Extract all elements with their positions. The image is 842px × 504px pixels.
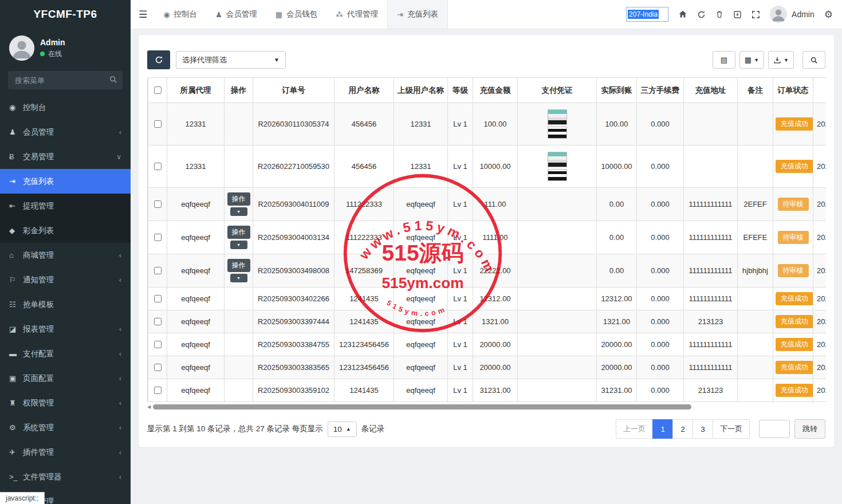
sidebar-item-auth[interactable]: ♜权限管理‹ xyxy=(0,391,131,415)
cell-level: Lv 1 xyxy=(448,379,473,402)
pagination-next[interactable]: 下一页 xyxy=(713,419,750,439)
select-all-checkbox[interactable] xyxy=(154,86,162,94)
row-checkbox[interactable] xyxy=(154,295,162,302)
refresh-icon[interactable] xyxy=(697,10,706,19)
sidebar-item-label: 充值列表 xyxy=(23,176,54,187)
pagination-page-2[interactable]: 2 xyxy=(672,419,693,439)
columns-button[interactable]: ▦▼ xyxy=(739,51,764,69)
cell-parent-username: eqfqeeqf xyxy=(394,254,448,288)
per-page-select[interactable]: 10 ▲ xyxy=(328,422,357,437)
tab-recharge[interactable]: ⇥充值列表 xyxy=(387,0,448,29)
row-checkbox[interactable] xyxy=(154,120,162,128)
fullscreen-icon[interactable] xyxy=(751,10,760,19)
row-checkbox[interactable] xyxy=(154,163,162,170)
row-checkbox[interactable] xyxy=(154,267,162,274)
table-wrapper: 所属代理操作订单号用户名称上级用户名称等级充值金额支付凭证实际到账三方手续费充值… xyxy=(147,77,826,402)
scroll-left-icon[interactable]: ◀ xyxy=(147,404,151,410)
cell-checkbox xyxy=(148,288,167,310)
voucher-image[interactable] xyxy=(548,127,567,139)
sidebar-user-name: Admin xyxy=(40,38,65,47)
row-checkbox[interactable] xyxy=(154,341,162,348)
sidebar-item-store[interactable]: ⌂商城管理‹ xyxy=(0,243,131,267)
page-jump-input[interactable] xyxy=(759,420,790,438)
cell-order-status: 充值成功 xyxy=(773,103,813,145)
column-header: 实际到账 xyxy=(597,78,637,103)
row-action-button[interactable]: 操作 xyxy=(227,226,250,239)
tab-agent[interactable]: ⁂代理管理 xyxy=(326,0,387,29)
sidebar-item-plugin[interactable]: ✈插件管理‹ xyxy=(0,440,131,464)
refresh-table-button[interactable] xyxy=(147,50,170,69)
export-button[interactable]: ▼ xyxy=(768,51,794,69)
voucher-image[interactable] xyxy=(548,152,567,167)
pagination-page-3[interactable]: 3 xyxy=(693,419,713,439)
column-header: 操作 xyxy=(225,78,253,103)
sidebar-item-system[interactable]: ⚙系统管理‹ xyxy=(0,415,131,440)
row-action-caret-button[interactable]: ▾ xyxy=(230,274,247,282)
cell-username: 111222333 xyxy=(335,188,394,221)
row-action-caret-button[interactable]: ▾ xyxy=(230,241,247,249)
plugin-icon: ✈ xyxy=(9,448,23,456)
tab-wallet[interactable]: ▦会员钱包 xyxy=(266,0,326,29)
user-icon: ♟ xyxy=(9,128,23,136)
cell-voucher xyxy=(518,288,597,310)
sidebar-item-recharge[interactable]: ⇥充值列表 xyxy=(0,169,131,194)
row-checkbox[interactable] xyxy=(154,387,162,394)
sidebar-item-user[interactable]: ♟会员管理‹ xyxy=(0,120,131,144)
admin-menu[interactable]: Admin xyxy=(770,6,815,23)
status-badge: 充值成功 xyxy=(776,117,813,131)
dashboard-icon: ◉ xyxy=(163,10,170,19)
gear-icon[interactable]: ⚙ xyxy=(824,9,833,21)
row-checkbox[interactable] xyxy=(154,318,162,325)
row-action-button[interactable]: 操作 xyxy=(227,192,250,206)
search-icon[interactable] xyxy=(109,75,117,85)
sidebar-item-template[interactable]: ☷抢单模板 xyxy=(0,292,131,317)
sidebar-item-bonus[interactable]: ◆彩金列表 xyxy=(0,218,131,243)
scrollbar-thumb[interactable] xyxy=(153,404,691,410)
detail-view-button[interactable]: ▤ xyxy=(713,51,735,69)
row-action-caret-button[interactable]: ▾ xyxy=(230,207,247,216)
page-jump-button[interactable]: 跳转 xyxy=(794,419,825,439)
template-icon: ☷ xyxy=(9,300,23,309)
agent-filter-select[interactable]: 选择代理筛选 ▼ xyxy=(176,51,286,69)
cell-actions xyxy=(225,356,253,379)
per-page-value: 10 xyxy=(333,425,342,434)
sidebar-item-exchange[interactable]: Ƀ交易管理∨ xyxy=(0,144,131,169)
sidebar-item-label: 会员管理 xyxy=(23,127,54,137)
voucher-image[interactable] xyxy=(548,169,567,181)
row-action-button[interactable]: 操作 xyxy=(227,259,250,272)
sidebar-search-input[interactable] xyxy=(8,71,123,89)
voucher-image[interactable] xyxy=(548,109,567,125)
table-row: 12331R202602271005953045645612331Lv 1100… xyxy=(148,145,827,188)
cell-recharge-address xyxy=(684,103,738,145)
sidebar-item-files[interactable]: >_文件管理器‹ xyxy=(0,464,131,489)
pagination-page-1[interactable]: 1 xyxy=(652,419,673,439)
sidebar-item-bell[interactable]: ⚐通知管理‹ xyxy=(0,267,131,292)
tab-user[interactable]: ♟会员管理 xyxy=(206,0,266,29)
sidebar-item-dashboard[interactable]: ◉控制台 xyxy=(0,95,131,120)
home-icon[interactable] xyxy=(678,10,687,19)
sidebar-item-withdraw[interactable]: ⇤提现管理 xyxy=(0,194,131,218)
pagination-prev[interactable]: 上一页 xyxy=(616,419,653,439)
sidebar-item-chart[interactable]: ◪报表管理‹ xyxy=(0,317,131,341)
cell-voucher xyxy=(518,221,597,254)
sidebar-item-page[interactable]: ▣页面配置‹ xyxy=(0,366,131,391)
trash-icon[interactable] xyxy=(715,10,723,18)
column-header: 所属代理 xyxy=(167,78,225,103)
clear-cache-icon[interactable] xyxy=(733,10,742,19)
chevron-left-icon: ‹ xyxy=(119,473,121,481)
cell-recharge-address: 111111111111 xyxy=(684,221,738,254)
row-checkbox[interactable] xyxy=(154,234,162,241)
sidebar-item-payment[interactable]: ▬支付配置‹ xyxy=(0,341,131,366)
cell-username: 123123456456 xyxy=(335,333,394,356)
horizontal-scrollbar[interactable]: ◀ xyxy=(147,403,825,410)
refresh-icon xyxy=(155,56,163,64)
search-toggle-button[interactable] xyxy=(802,51,825,69)
row-checkbox[interactable] xyxy=(154,200,162,208)
row-checkbox[interactable] xyxy=(154,364,162,371)
cell-order-status: 充值成功 xyxy=(773,310,813,333)
region-input[interactable]: 207-India xyxy=(626,7,668,22)
cell-username: 123123456456 xyxy=(335,356,394,379)
menu-toggle-icon[interactable]: ☰ xyxy=(139,9,147,21)
tab-dashboard[interactable]: ◉控制台 xyxy=(154,0,206,29)
cell-parent-username: eqfqeeqf xyxy=(394,333,448,356)
